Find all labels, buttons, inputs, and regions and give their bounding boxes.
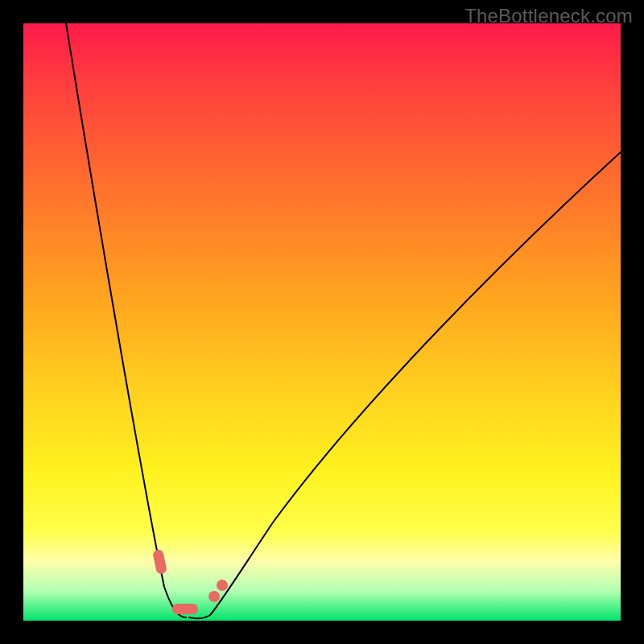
curve-markers [153, 550, 227, 613]
right-upper-dot [217, 580, 227, 590]
gradient-plot-area [23, 23, 621, 621]
chart-svg [23, 23, 621, 621]
right-curve [189, 152, 621, 618]
left-curve [66, 23, 186, 617]
left-upper-marker [153, 550, 167, 574]
left-bottom-marker [173, 605, 197, 613]
right-lower-dot [209, 592, 219, 601]
watermark-text: TheBottleneck.com [464, 5, 633, 27]
